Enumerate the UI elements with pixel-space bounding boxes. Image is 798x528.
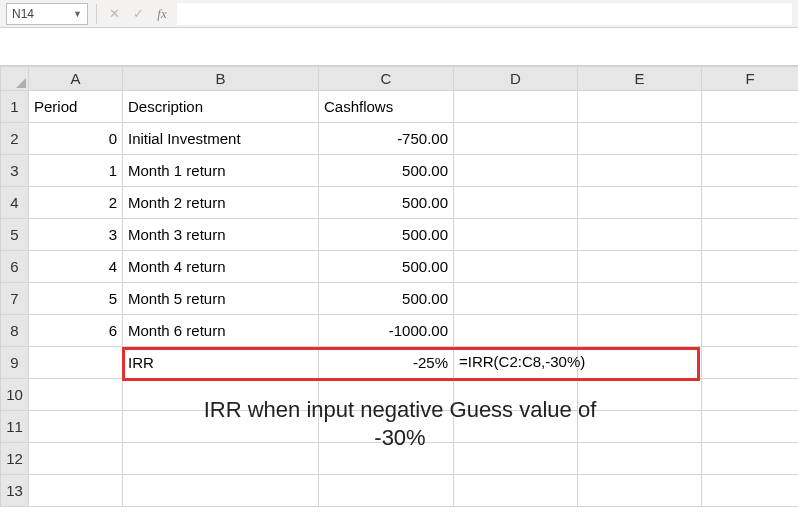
cell-A2[interactable]: 0 <box>29 123 123 155</box>
cell-D6[interactable] <box>454 251 578 283</box>
row-header[interactable]: 11 <box>1 411 29 443</box>
cell-B3[interactable]: Month 1 return <box>123 155 319 187</box>
cell-C1[interactable]: Cashflows <box>319 91 454 123</box>
cell-D3[interactable] <box>454 155 578 187</box>
cell-E9[interactable] <box>578 347 702 379</box>
cell-A1[interactable]: Period <box>29 91 123 123</box>
row-4: 4 2 Month 2 return 500.00 <box>1 187 799 219</box>
cell-E2[interactable] <box>578 123 702 155</box>
cell-E7[interactable] <box>578 283 702 315</box>
caption-text: IRR when input negative Guess value of -… <box>180 396 620 451</box>
cell-C8[interactable]: -1000.00 <box>319 315 454 347</box>
row-header[interactable]: 5 <box>1 219 29 251</box>
cell-C13[interactable] <box>319 475 454 507</box>
cell-C3[interactable]: 500.00 <box>319 155 454 187</box>
col-header-F[interactable]: F <box>702 67 799 91</box>
chevron-down-icon[interactable]: ▼ <box>73 9 82 19</box>
ribbon-collapsed <box>0 28 798 66</box>
row-header[interactable]: 3 <box>1 155 29 187</box>
row-header[interactable]: 9 <box>1 347 29 379</box>
cell-C7[interactable]: 500.00 <box>319 283 454 315</box>
row-6: 6 4 Month 4 return 500.00 <box>1 251 799 283</box>
cell-B9[interactable]: IRR <box>123 347 319 379</box>
col-header-B[interactable]: B <box>123 67 319 91</box>
row-header[interactable]: 13 <box>1 475 29 507</box>
row-header[interactable]: 7 <box>1 283 29 315</box>
cell-E8[interactable] <box>578 315 702 347</box>
cell-F9[interactable] <box>702 347 799 379</box>
cell-E3[interactable] <box>578 155 702 187</box>
cell-B4[interactable]: Month 2 return <box>123 187 319 219</box>
name-box-value: N14 <box>12 7 34 21</box>
cell-F2[interactable] <box>702 123 799 155</box>
cell-E4[interactable] <box>578 187 702 219</box>
cell-B7[interactable]: Month 5 return <box>123 283 319 315</box>
cell-F3[interactable] <box>702 155 799 187</box>
row-header[interactable]: 8 <box>1 315 29 347</box>
cell-B6[interactable]: Month 4 return <box>123 251 319 283</box>
cell-B5[interactable]: Month 3 return <box>123 219 319 251</box>
cell-A11[interactable] <box>29 411 123 443</box>
cell-F5[interactable] <box>702 219 799 251</box>
row-header[interactable]: 4 <box>1 187 29 219</box>
cell-F12[interactable] <box>702 443 799 475</box>
cell-A3[interactable]: 1 <box>29 155 123 187</box>
select-all-corner[interactable] <box>1 67 29 91</box>
cell-F6[interactable] <box>702 251 799 283</box>
cell-A5[interactable]: 3 <box>29 219 123 251</box>
cell-C6[interactable]: 500.00 <box>319 251 454 283</box>
cell-F11[interactable] <box>702 411 799 443</box>
cell-E1[interactable] <box>578 91 702 123</box>
formula-input[interactable] <box>177 3 792 25</box>
cell-A13[interactable] <box>29 475 123 507</box>
cell-D1[interactable] <box>454 91 578 123</box>
row-13: 13 <box>1 475 799 507</box>
row-header[interactable]: 10 <box>1 379 29 411</box>
cell-B8[interactable]: Month 6 return <box>123 315 319 347</box>
cell-D8[interactable] <box>454 315 578 347</box>
cell-E13[interactable] <box>578 475 702 507</box>
col-header-D[interactable]: D <box>454 67 578 91</box>
cell-C2[interactable]: -750.00 <box>319 123 454 155</box>
col-header-C[interactable]: C <box>319 67 454 91</box>
cell-D7[interactable] <box>454 283 578 315</box>
cell-B1[interactable]: Description <box>123 91 319 123</box>
cell-C5[interactable]: 500.00 <box>319 219 454 251</box>
cell-F8[interactable] <box>702 315 799 347</box>
cell-D13[interactable] <box>454 475 578 507</box>
col-header-E[interactable]: E <box>578 67 702 91</box>
cell-E6[interactable] <box>578 251 702 283</box>
row-1: 1 Period Description Cashflows <box>1 91 799 123</box>
cell-D4[interactable] <box>454 187 578 219</box>
cell-E5[interactable] <box>578 219 702 251</box>
cell-C4[interactable]: 500.00 <box>319 187 454 219</box>
cell-F13[interactable] <box>702 475 799 507</box>
row-header[interactable]: 6 <box>1 251 29 283</box>
cell-F7[interactable] <box>702 283 799 315</box>
cell-D9[interactable]: =IRR(C2:C8,-30%) <box>459 353 585 370</box>
row-header[interactable]: 2 <box>1 123 29 155</box>
cell-D2[interactable] <box>454 123 578 155</box>
cell-A7[interactable]: 5 <box>29 283 123 315</box>
row-header[interactable]: 1 <box>1 91 29 123</box>
cancel-icon[interactable]: ✕ <box>105 6 123 21</box>
cell-A6[interactable]: 4 <box>29 251 123 283</box>
cell-C9[interactable]: -25% <box>319 347 454 379</box>
cell-F10[interactable] <box>702 379 799 411</box>
cell-A8[interactable]: 6 <box>29 315 123 347</box>
name-box[interactable]: N14 ▼ <box>6 3 88 25</box>
cell-A4[interactable]: 2 <box>29 187 123 219</box>
cell-B13[interactable] <box>123 475 319 507</box>
col-header-A[interactable]: A <box>29 67 123 91</box>
cell-A9[interactable] <box>29 347 123 379</box>
fx-icon[interactable]: fx <box>153 6 171 22</box>
cell-D5[interactable] <box>454 219 578 251</box>
confirm-icon[interactable]: ✓ <box>129 6 147 21</box>
cell-F1[interactable] <box>702 91 799 123</box>
row-header[interactable]: 12 <box>1 443 29 475</box>
cell-A10[interactable] <box>29 379 123 411</box>
cell-B2[interactable]: Initial Investment <box>123 123 319 155</box>
formula-bar: N14 ▼ ✕ ✓ fx <box>0 0 798 28</box>
cell-F4[interactable] <box>702 187 799 219</box>
cell-A12[interactable] <box>29 443 123 475</box>
